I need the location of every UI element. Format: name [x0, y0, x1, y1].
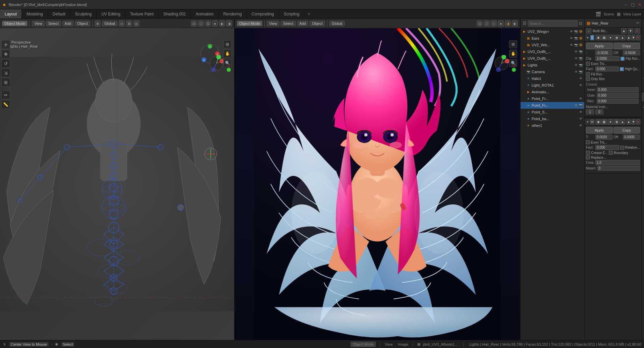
- prop-tab-modifier[interactable]: 🔧: [642, 74, 644, 83]
- uv2win-render-icon[interactable]: 🔆: [578, 43, 583, 47]
- mod-w-mode4[interactable]: ◑: [614, 119, 619, 125]
- field-cla-val[interactable]: 2.0000: [595, 56, 620, 61]
- outliner-item-camera[interactable]: 📷 Camera 👁 📷: [521, 68, 584, 75]
- close-btn[interactable]: ✕: [638, 2, 641, 7]
- inner-val[interactable]: 0.000: [597, 87, 639, 92]
- lights-cam-icon[interactable]: 📷: [578, 63, 583, 67]
- mat-idx-val2[interactable]: 0: [595, 109, 603, 114]
- mod-s-mode5[interactable]: ▲: [620, 35, 625, 40]
- camera-cam-icon[interactable]: 📷: [578, 69, 583, 74]
- left-viewport-3d[interactable]: Object Mode View Select Add Object ⊕ Glo…: [0, 19, 235, 340]
- other-vis-icon[interactable]: 👁: [578, 123, 583, 128]
- w-even-chk[interactable]: [586, 140, 590, 144]
- pts-vis-icon[interactable]: 👁: [578, 110, 583, 114]
- active-object-edit-icon[interactable]: ✏: [636, 21, 639, 25]
- tab-shading[interactable]: Shading.001: [159, 9, 191, 18]
- mode-selector-left[interactable]: Object Mode: [2, 21, 28, 26]
- minimize-btn[interactable]: ─: [625, 2, 628, 7]
- mod-s-apply-btn[interactable]: Apply: [586, 43, 613, 49]
- outliner-item-ears[interactable]: ▦ Ears 👁 📷 🔆: [521, 35, 584, 42]
- tab-uv-editing[interactable]: UV Editing: [97, 9, 125, 18]
- high-qu-chk[interactable]: ✓: [620, 67, 624, 71]
- shading-solid[interactable]: ●: [212, 20, 218, 27]
- transform-icon[interactable]: ⊕: [95, 20, 101, 27]
- pivot-icon[interactable]: ⊙: [119, 20, 125, 27]
- mod-s-mode4[interactable]: ◑: [614, 35, 619, 40]
- xray-icon[interactable]: ⬡: [198, 20, 204, 27]
- prop-tab-objectdata[interactable]: △: [642, 111, 644, 119]
- fact-val[interactable]: 0.000: [595, 66, 619, 71]
- right-viewport-render[interactable]: Object Mode View Select Add Object Globa…: [235, 19, 520, 340]
- right-shading-material[interactable]: ◐: [512, 20, 518, 27]
- transform-global-right[interactable]: Global: [329, 21, 345, 26]
- right-hand-btn[interactable]: ✋: [509, 50, 517, 58]
- select-menu-right[interactable]: Select: [281, 21, 296, 26]
- mod-w-mode5[interactable]: ▲: [620, 119, 625, 125]
- outer-val[interactable]: 0.000: [597, 93, 639, 98]
- add-menu-left[interactable]: Add: [62, 21, 74, 26]
- outliner-filter-icon[interactable]: ⊡: [579, 21, 582, 26]
- prop-tab-material[interactable]: ●: [642, 120, 644, 129]
- uv4-vis-icon[interactable]: 👁: [574, 56, 578, 61]
- right-nav-gizmo[interactable]: [493, 55, 510, 73]
- uv3-cam-icon[interactable]: 📷: [578, 49, 583, 54]
- prop-tab-viewlayer[interactable]: ◧: [642, 38, 644, 47]
- ear-render-icon[interactable]: 🔆: [578, 36, 583, 41]
- outliner-item-uv4outfit[interactable]: ▶ UV4_Outfit_... 👁 📷: [521, 55, 584, 62]
- mod-w-copy-btn[interactable]: Copy: [613, 127, 640, 134]
- tab-sculpting[interactable]: Sculpting: [70, 9, 97, 18]
- mod-w-mode2[interactable]: ▦: [602, 119, 607, 125]
- select-menu-left[interactable]: Select: [46, 21, 61, 26]
- move-tool[interactable]: ✥: [1, 50, 10, 58]
- shading-render[interactable]: ◐: [219, 20, 225, 27]
- uv2win-vis-icon[interactable]: 👁: [569, 43, 574, 47]
- outliner-item-points[interactable]: ● Point_S... 👁: [521, 109, 584, 115]
- mod-s-copy-btn[interactable]: Copy: [613, 43, 640, 49]
- maximize-btn[interactable]: ▢: [631, 2, 635, 7]
- w-materi-val[interactable]: 0: [597, 166, 640, 171]
- outliner-item-uv2win[interactable]: ▦ UV2_Win... 👁 📷 🔆: [521, 42, 584, 48]
- w-boundary-chk[interactable]: [609, 151, 613, 155]
- fr2-cam-icon[interactable]: 📷: [578, 103, 583, 108]
- w-relative-chk[interactable]: [620, 146, 624, 150]
- visibility-icon[interactable]: 👁: [569, 29, 574, 34]
- bottom-object-mode[interactable]: Object Mode: [351, 342, 375, 347]
- view-menu-left[interactable]: View: [32, 21, 45, 26]
- prop-tab-physics[interactable]: ⚡: [642, 93, 644, 101]
- rota-vis-icon[interactable]: 👁: [578, 83, 583, 88]
- lights-vis-icon[interactable]: 👁: [574, 63, 578, 67]
- add-tab-btn[interactable]: +: [304, 10, 313, 18]
- w-crease-e-chk[interactable]: [586, 151, 590, 155]
- bottom-image-label[interactable]: Image: [398, 342, 409, 346]
- outliner-item-pointba[interactable]: ● Point_ba... 👁: [521, 115, 584, 122]
- hand-tool-btn[interactable]: ✋: [223, 50, 231, 58]
- object-menu-right[interactable]: Object: [310, 21, 325, 26]
- mod-s-mode1[interactable]: ◉: [596, 35, 601, 40]
- mod-w-mode1[interactable]: ◉: [596, 119, 601, 125]
- outliner-item-animatio[interactable]: ▶ Animatio...: [521, 89, 584, 95]
- mod-w-up[interactable]: ▲: [627, 119, 631, 125]
- multi-mod-close[interactable]: ✕: [635, 28, 640, 34]
- mod-w-x[interactable]: ✕: [636, 119, 640, 125]
- tab-modeling[interactable]: Modeling: [22, 9, 48, 18]
- proportional-icon[interactable]: ◎: [133, 20, 140, 27]
- tab-texture-paint[interactable]: Texture Paint: [125, 9, 159, 18]
- shading-material[interactable]: ◑: [226, 20, 232, 27]
- w-off-val[interactable]: 0.0000: [623, 135, 640, 140]
- object-menu-left[interactable]: Object: [75, 21, 90, 26]
- right-zoom-btn[interactable]: 🔍: [509, 59, 517, 67]
- mod-s-x[interactable]: ✕: [636, 35, 640, 40]
- mode-selector-right[interactable]: Object Mode: [237, 21, 262, 26]
- camera-vis-icon[interactable]: 📷: [574, 29, 578, 34]
- right-shading-wire[interactable]: ⬡: [491, 20, 497, 27]
- prop-tab-output[interactable]: ▦: [642, 29, 644, 38]
- mod-w-mode3[interactable]: ●: [608, 119, 613, 125]
- uv4-cam-icon[interactable]: 📷: [578, 56, 583, 61]
- tab-rendering[interactable]: Rendering: [219, 9, 247, 18]
- rim-val[interactable]: 0.000: [597, 99, 639, 104]
- rotate-tool[interactable]: ↺: [1, 59, 10, 68]
- snap-icon[interactable]: ⊞: [126, 20, 132, 27]
- right-overlay-icon[interactable]: ⊡: [477, 20, 483, 27]
- multi-mod-icon[interactable]: ↔: [586, 28, 591, 34]
- scale-tool[interactable]: ⇲: [1, 68, 10, 77]
